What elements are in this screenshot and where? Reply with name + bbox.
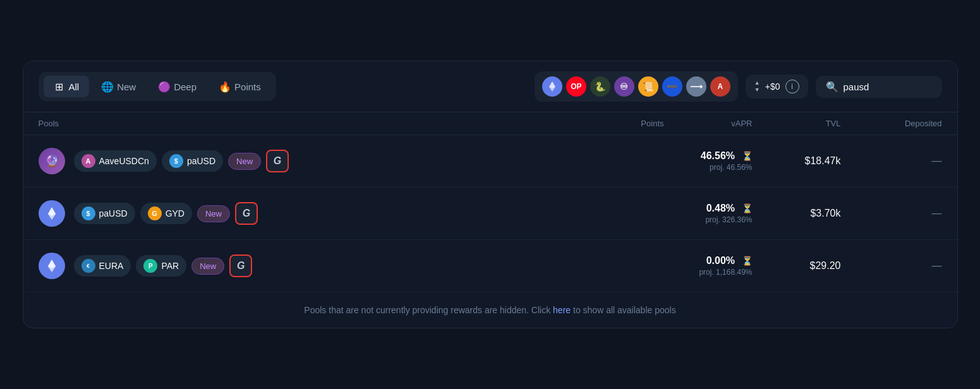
col-deposited: Deposited xyxy=(841,119,942,128)
chain-ethereum-icon[interactable] xyxy=(542,76,562,97)
col-vapr: vAPR xyxy=(664,119,753,128)
hourglass-icon-2: ⏳ xyxy=(742,203,753,213)
hourglass-icon-3: ⏳ xyxy=(742,256,753,266)
deposited-cell-3: — xyxy=(841,260,942,272)
filter-points-label: Points xyxy=(234,81,261,92)
chain-blue-icon[interactable]: ➖ xyxy=(662,76,682,97)
filter-all-button[interactable]: ⊞ All xyxy=(44,76,90,97)
sparkle-icon: 🌐 xyxy=(102,81,113,92)
network-icon: 🔮 xyxy=(39,148,65,174)
filter-new-label: New xyxy=(117,81,136,92)
vapr-cell-1: 46.56% ⏳ proj. 46.56% xyxy=(664,150,753,172)
filter-new-button[interactable]: 🌐 New xyxy=(92,76,146,97)
tvl-cell-3: $29.20 xyxy=(753,260,841,272)
aave-token-icon: A xyxy=(82,154,95,168)
token-badge-pausd-2: $ paUSD xyxy=(74,203,135,224)
hourglass-icon-1: ⏳ xyxy=(742,151,753,161)
grid-icon: ⊞ xyxy=(54,81,65,92)
chain-scroll-icon[interactable]: 📜 xyxy=(638,76,658,97)
new-badge-1: New xyxy=(228,153,261,170)
pausd-token-icon-1: $ xyxy=(169,154,183,168)
deposited-cell-1: — xyxy=(841,155,942,167)
filter-group: ⊞ All 🌐 New 🟣 Deep 🔥 Points xyxy=(39,72,276,101)
chain-purple-icon[interactable]: ♾ xyxy=(614,76,634,97)
table-row[interactable]: € EURA P PAR New G 0.00% ⏳ proj. 1,168.4… xyxy=(23,240,957,292)
chain-optimism-icon[interactable]: OP xyxy=(566,76,586,97)
token-badge-pausd-1: $ paUSD xyxy=(162,150,223,172)
pool-cell: $ paUSD G GYD New G xyxy=(39,200,576,227)
tokens-group-2: $ paUSD G GYD New G xyxy=(74,202,258,225)
token-badge-aaveusdcn: A AaveUSDCn xyxy=(74,150,157,172)
deposited-amount: +$0 xyxy=(765,81,780,92)
pool-cell: € EURA P PAR New G xyxy=(39,253,576,279)
gyroscope-icon-1[interactable]: G xyxy=(266,150,289,172)
pausd-token-icon-2: $ xyxy=(82,206,95,220)
gyroscope-icon-3[interactable]: G xyxy=(229,254,252,277)
chain-icons-group: OP 🐍 ♾ 📜 ➖ ⟶ A xyxy=(535,71,738,102)
deposited-filter[interactable]: ▲ ▼ +$0 i xyxy=(746,75,808,99)
col-pools: Pools xyxy=(39,119,576,128)
gyd-token-icon: G xyxy=(148,206,162,220)
footer-link[interactable]: here xyxy=(553,305,571,315)
table-row[interactable]: $ paUSD G GYD New G 0.48% ⏳ proj. 326.36… xyxy=(23,188,957,240)
footer-text: Pools that are not currently providing r… xyxy=(304,305,553,315)
filter-points-button[interactable]: 🔥 Points xyxy=(209,76,271,97)
tvl-cell-1: $18.47k xyxy=(753,155,841,167)
new-badge-3: New xyxy=(191,258,224,275)
filter-all-label: All xyxy=(69,81,80,92)
topbar: ⊞ All 🌐 New 🟣 Deep 🔥 Points xyxy=(23,61,957,112)
new-badge-2: New xyxy=(197,205,230,222)
chain-gray-icon[interactable]: ⟶ xyxy=(686,76,706,97)
arrows-icon: ▲ ▼ xyxy=(754,80,760,93)
col-points: Points xyxy=(576,119,664,128)
token-badge-eura: € EURA xyxy=(74,255,131,277)
tokens-group: A AaveUSDCn $ paUSD New G xyxy=(74,150,289,172)
token-badge-gyd: G GYD xyxy=(140,203,192,224)
tokens-group-3: € EURA P PAR New G xyxy=(74,254,253,277)
table-header: Pools Points vAPR TVL Deposited xyxy=(23,112,957,135)
tvl-cell-2: $3.70k xyxy=(753,208,841,219)
network-icon-eth-3 xyxy=(39,253,65,279)
filter-deep-label: Deep xyxy=(174,81,197,92)
gyroscope-icon-2[interactable]: G xyxy=(235,202,258,225)
fire-icon: 🔥 xyxy=(219,81,231,92)
search-input[interactable] xyxy=(844,81,919,92)
footer-note: Pools that are not currently providing r… xyxy=(23,292,957,328)
par-token-icon: P xyxy=(143,259,157,273)
deposited-cell-2: — xyxy=(841,208,942,219)
network-icon-eth-2 xyxy=(39,200,65,227)
col-tvl: TVL xyxy=(753,119,841,128)
chain-snek-icon[interactable]: 🐍 xyxy=(590,76,610,97)
filter-deep-button[interactable]: 🟣 Deep xyxy=(148,76,207,97)
deep-icon: 🟣 xyxy=(159,81,170,92)
chain-red-icon[interactable]: A xyxy=(710,76,730,97)
token-badge-par: P PAR xyxy=(136,255,186,277)
main-container: ⊞ All 🌐 New 🟣 Deep 🔥 Points xyxy=(23,61,958,328)
vapr-cell-2: 0.48% ⏳ proj. 326.36% xyxy=(664,203,753,224)
table-row[interactable]: 🔮 A AaveUSDCn $ paUSD New G 46.56% ⏳ pro… xyxy=(23,135,957,188)
pool-cell: 🔮 A AaveUSDCn $ paUSD New G xyxy=(39,148,576,174)
info-button[interactable]: i xyxy=(785,80,799,93)
eura-token-icon: € xyxy=(82,259,95,273)
footer-text-after: to show all available pools xyxy=(573,305,676,315)
search-icon: 🔍 xyxy=(826,81,838,93)
vapr-cell-3: 0.00% ⏳ proj. 1,168.49% xyxy=(664,255,753,277)
search-box: 🔍 xyxy=(816,76,942,98)
